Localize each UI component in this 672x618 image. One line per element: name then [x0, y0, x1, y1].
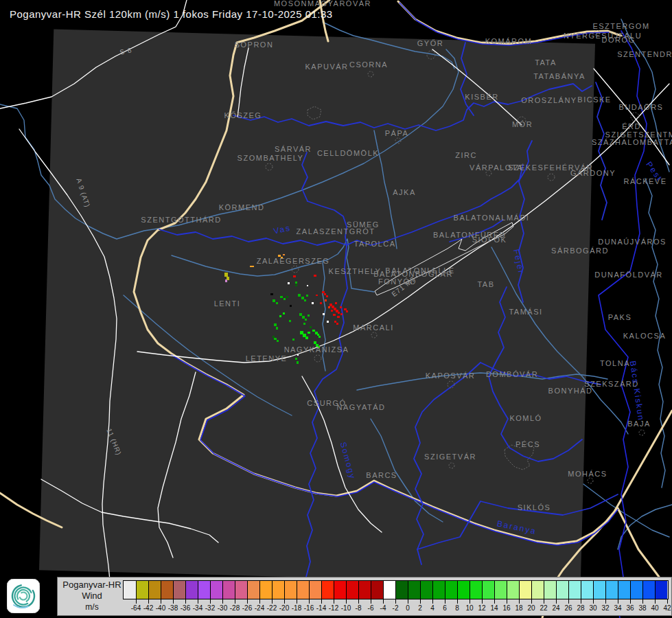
city-label-duna-jv-ros: DUNAÚJVÁROS — [598, 238, 667, 246]
legend-tick — [247, 599, 248, 604]
legend-tick — [642, 599, 643, 604]
city-label-tolna: TOLNA — [600, 359, 630, 367]
radar-viewer: MOSONMAGYARÓVÁRESZTERGOMNYERGESÚJFALUDOR… — [0, 0, 672, 618]
radar-echo-pixel — [314, 275, 316, 277]
legend-cell-22 — [531, 581, 544, 599]
radar-echo-pixel — [302, 316, 305, 319]
legend-tick — [259, 599, 260, 604]
legend-tick — [494, 599, 495, 604]
radar-echo-pixel — [250, 266, 254, 267]
city-label-paks: PAKS — [608, 313, 632, 321]
radar-echo-pixel — [326, 295, 328, 297]
radar-echo-pixel — [337, 316, 340, 318]
legend-tick — [210, 599, 211, 604]
legend-tick — [593, 599, 594, 604]
radar-echo-pixel — [224, 273, 228, 277]
legend-box: Poganyvar-HR Wind m/s -64-42-40-38-36-34… — [57, 577, 672, 616]
legend-tick — [334, 599, 334, 604]
legend-cell-28 — [568, 581, 581, 599]
legend-cell--16 — [297, 581, 309, 599]
city-label-k-rmend: KÖRMEND — [219, 203, 265, 211]
radar-echo-pixel — [298, 294, 301, 297]
legend-tick — [544, 599, 544, 604]
city-label-tam-si: TAMÁSI — [509, 308, 542, 316]
radar-echo-pixel — [331, 310, 333, 312]
legend-tick — [235, 599, 235, 604]
product-title: Poganyvar-HR Szél 120km (m/s) 1 fokos Fr… — [10, 8, 333, 20]
legend-cell--38 — [161, 581, 173, 599]
legend-cell--18 — [284, 581, 297, 599]
legend-tick — [507, 599, 507, 604]
legend-tick — [297, 599, 297, 604]
city-label-domb-v-r: DOMBÓVÁR — [486, 370, 538, 378]
radar-echo-pixel — [274, 338, 277, 340]
city-label-balatonalm-di: BALATONALMÁDI — [454, 214, 530, 222]
radar-echo-pixel — [292, 339, 294, 341]
radar-echo-pixel — [225, 279, 227, 282]
legend-cell--32 — [198, 581, 210, 599]
radar-echo-pixel — [273, 336, 275, 338]
city-label--rd: ÉRD — [622, 122, 641, 130]
legend-product-name: Poganyvar-HR — [62, 580, 122, 591]
radar-echo-pixel — [283, 298, 286, 300]
city-label-koml-: KOMLÓ — [509, 414, 542, 422]
city-label-szigetv-r: SZIGETVÁR — [424, 453, 476, 461]
legend-cell-24 — [544, 581, 556, 599]
radar-echo-pixel — [299, 313, 302, 316]
legend-tick — [395, 599, 396, 604]
city-label-oroszl-ny: OROSZLÁNY — [521, 96, 577, 104]
radar-echo-pixel — [320, 302, 322, 304]
city-label-s-rv-r: SÁRVÁR — [275, 145, 312, 153]
legend-tick-label-42: 42 — [657, 604, 672, 612]
city-label-si-fok: SIÓFOK — [472, 236, 507, 244]
radar-echo-pixel — [336, 323, 338, 325]
city-label-gy-r: GYŐR — [417, 38, 443, 47]
legend-tick — [161, 599, 161, 604]
legend-tick — [148, 599, 149, 604]
city-label-esztergom: ESZTERGOM — [592, 22, 649, 30]
radar-echo-pixel — [340, 306, 342, 308]
radar-echo-pixel — [283, 254, 285, 255]
legend-cell--4 — [371, 581, 383, 599]
legend-cell--2 — [383, 581, 395, 599]
legend-tick — [136, 599, 137, 604]
city-label-mosonmagyar-v-r: MOSONMAGYARÓVÁR — [274, 0, 371, 8]
city-label-szentgotth-rd: SZENTGOTTHÁRD — [141, 216, 221, 224]
radar-echo-pixel — [340, 313, 343, 315]
radar-echo-pixel — [306, 295, 308, 297]
radar-echo-pixel — [301, 297, 304, 299]
city-label-bonyh-d: BONYHÁD — [548, 387, 593, 395]
city-label-sopron: SOPRON — [235, 41, 274, 49]
legend-cell--22 — [259, 581, 272, 599]
legend-tick — [556, 599, 557, 604]
legend-cell-42 — [655, 581, 667, 599]
legend-cell-18 — [507, 581, 519, 599]
legend-cell--12 — [321, 581, 334, 599]
city-label-szombathely: SZOMBATHELY — [237, 154, 304, 162]
radar-echo-pixel — [270, 293, 273, 295]
legend-colorbar: -64-42-40-38-36-34-32-30-28-26-24-22-20-… — [123, 580, 669, 599]
radar-echo-pixel — [318, 336, 321, 338]
legend-tick — [321, 599, 322, 604]
city-label-celld-m-lk: CELLDÖMÖLK — [317, 149, 379, 157]
legend-tick — [531, 599, 532, 604]
legend-tick — [371, 599, 371, 604]
legend-tick — [630, 599, 631, 604]
city-label-zalaegerszeg: ZALAEGERSZEG — [257, 257, 330, 265]
radar-echo-pixel — [295, 282, 297, 284]
legend-tick — [346, 599, 347, 604]
radar-echo-pixel — [312, 330, 315, 332]
city-label-tata: TATA — [535, 58, 557, 67]
city-label-m-r: MÓR — [512, 120, 533, 128]
radar-echo-pixel — [280, 296, 283, 298]
legend-cell-40 — [642, 581, 655, 599]
radar-echo-pixel — [295, 358, 297, 360]
city-label-bicske: BICSKE — [577, 95, 611, 104]
legend-tick — [272, 599, 273, 604]
radar-echo-pixel — [277, 340, 279, 342]
city-label-nagykanizsa: NAGYKANIZSA — [284, 345, 349, 354]
city-label-s-rbog-rd: SÁRBOGÁRD — [551, 247, 609, 255]
legend-tick — [457, 599, 458, 604]
legend-tick — [222, 599, 223, 604]
radar-echo-pixel — [317, 334, 319, 336]
